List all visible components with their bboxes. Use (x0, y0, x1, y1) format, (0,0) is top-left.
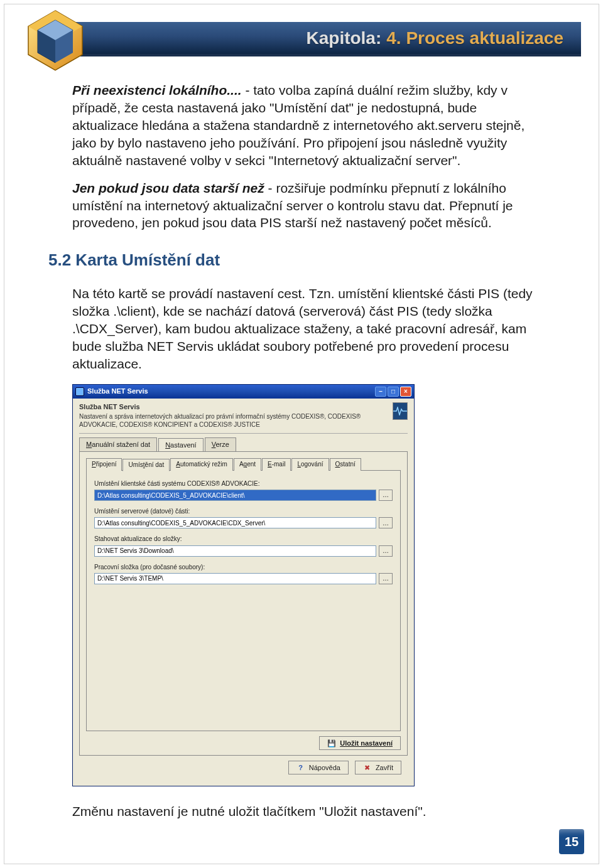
help-icon: ? (296, 763, 305, 772)
content-area: Při neexistenci lokálního.... - tato vol… (72, 82, 543, 830)
subtab-data-location[interactable]: Umístění dat (122, 459, 170, 471)
browse-button[interactable]: … (379, 573, 393, 584)
maximize-button[interactable]: □ (388, 387, 399, 397)
download-path-input[interactable] (94, 545, 376, 557)
subtab-auto-mode[interactable]: Automatický režim (170, 458, 233, 470)
page-number-badge: 15 (559, 829, 584, 854)
save-label: Uložit nastavení (340, 739, 393, 748)
paragraph-2: Jen pokud jsou data starší než - rozšiřu… (72, 179, 543, 232)
titlebar: Služba NET Servis – □ × (73, 385, 414, 399)
app-header-title: Služba NET Servis (79, 402, 388, 412)
field-label: Umístění serverové (datové) části: (94, 507, 393, 515)
subtab-agent[interactable]: Agent (234, 458, 261, 470)
chapter-title: 4. Proces aktualizace (386, 28, 563, 48)
tab-manual-download[interactable]: Manuální stažení dat (79, 437, 157, 452)
brand-logo (24, 8, 87, 73)
field-label: Stahovat aktualizace do složky: (94, 535, 393, 543)
client-path-input[interactable] (94, 490, 376, 501)
app-icon (75, 387, 84, 396)
minimize-button[interactable]: – (375, 387, 386, 397)
window-title: Služba NET Servis (87, 387, 148, 396)
subtab-other[interactable]: Ostatní (330, 458, 361, 470)
tab-settings[interactable]: Nastavení (158, 438, 204, 453)
server-path-input[interactable] (94, 517, 376, 528)
data-location-panel: Umístění klientské části systému CODEXIS… (86, 470, 401, 732)
paragraph-1: Při neexistenci lokálního.... - tato vol… (72, 82, 543, 169)
pulse-icon (393, 402, 408, 420)
subtab-email[interactable]: E-mail (262, 458, 291, 470)
help-label: Nápověda (309, 763, 340, 773)
paragraph-3: Na této kartě se provádí nastavení cest.… (72, 285, 543, 373)
dialog-footer: ? Nápověda ✖ Zavřít (79, 756, 408, 781)
close-icon: ✖ (363, 763, 372, 772)
settings-panel: Připojení Umístění dat Automatický režim… (79, 451, 408, 756)
field-label: Umístění klientské části systému CODEXIS… (94, 480, 393, 488)
field-label: Pracovní složka (pro dočasné soubory): (94, 563, 393, 571)
section-heading: 5.2 Karta Umístění dat (48, 249, 543, 271)
app-header-subtitle: Nastavení a správa internetových aktuali… (79, 412, 388, 429)
close-button[interactable]: ✖ Zavřít (355, 761, 401, 774)
close-window-button[interactable]: × (400, 387, 411, 397)
chapter-header: Kapitola: 4. Proces aktualizace (75, 22, 581, 56)
save-icon: 💾 (327, 739, 336, 747)
temp-path-input[interactable] (94, 573, 376, 584)
browse-button[interactable]: … (379, 545, 393, 557)
screenshot-window: Služba NET Servis – □ × Služba NET Servi… (72, 384, 415, 787)
app-header: Služba NET Servis Nastavení a správa int… (79, 402, 408, 429)
field-client-path: Umístění klientské části systému CODEXIS… (94, 480, 393, 501)
para1-lead: Při neexistenci lokálního.... (72, 83, 242, 97)
paragraph-footer: Změnu nastavení je nutné uložit tlačítke… (72, 803, 543, 820)
close-label: Zavřít (376, 763, 393, 773)
field-server-path: Umístění serverové (datové) části: … (94, 507, 393, 528)
browse-button[interactable]: … (379, 517, 393, 528)
field-download-path: Stahovat aktualizace do složky: … (94, 535, 393, 556)
main-tabs: Manuální stažení dat Nastavení Verze (79, 437, 408, 452)
sub-tabs: Připojení Umístění dat Automatický režim… (86, 458, 401, 470)
chapter-label: Kapitola: (306, 28, 381, 48)
page-number: 15 (565, 835, 579, 849)
help-button[interactable]: ? Nápověda (288, 761, 349, 774)
subtab-connection[interactable]: Připojení (86, 458, 122, 470)
para2-lead: Jen pokud jsou data starší než (72, 181, 264, 195)
browse-button[interactable]: … (379, 490, 393, 501)
field-temp-path: Pracovní složka (pro dočasné soubory): … (94, 563, 393, 584)
subtab-logging[interactable]: Logování (291, 458, 329, 470)
tab-version[interactable]: Verze (205, 437, 236, 452)
save-settings-button[interactable]: 💾 Uložit nastavení (319, 736, 401, 750)
